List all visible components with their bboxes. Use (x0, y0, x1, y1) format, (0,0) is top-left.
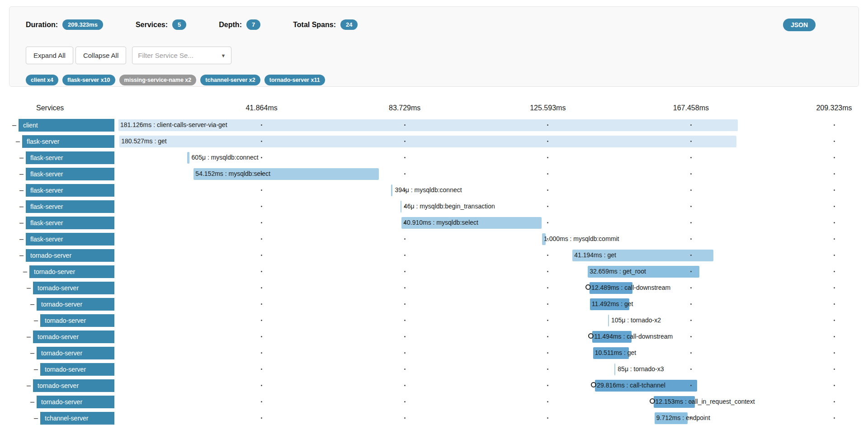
tick-dot (547, 255, 548, 256)
span-label: 32.659ms : get_root (590, 268, 646, 275)
tick-dot (834, 303, 835, 305)
span-bar[interactable] (401, 201, 401, 212)
service-label[interactable]: flask-server (22, 135, 114, 148)
span-bar[interactable] (614, 364, 615, 375)
tick-dot (834, 352, 835, 354)
collapse-toggle-icon[interactable]: – (19, 218, 24, 227)
time-tick-label: 125.593ms (530, 104, 566, 112)
chevron-down-icon: ▼ (221, 53, 226, 58)
collapse-toggle-icon[interactable]: – (34, 365, 38, 374)
tick-dot (261, 320, 262, 321)
service-tag[interactable]: client x4 (26, 75, 58, 85)
expand-all-button[interactable]: Expand All (26, 47, 73, 64)
tick-dot (690, 238, 692, 240)
collapse-toggle-icon[interactable]: – (30, 397, 34, 406)
service-label[interactable]: flask-server (26, 168, 114, 180)
service-label[interactable]: flask-server (26, 217, 114, 229)
service-label[interactable]: tornado-server (37, 298, 114, 311)
service-label[interactable]: client (19, 119, 114, 132)
service-tag-list: client x4flask-server x10missing-service… (26, 75, 325, 85)
collapse-toggle-icon[interactable]: – (27, 283, 31, 293)
tick-dot (404, 336, 406, 337)
service-tag[interactable]: tchannel-server x2 (200, 75, 260, 85)
tick-dot (690, 141, 692, 142)
span-bar[interactable] (391, 184, 392, 196)
service-tag[interactable]: flask-server x10 (62, 75, 115, 85)
filter-service-select[interactable]: Filter Service Se... ▼ (132, 47, 231, 64)
duration-label: Duration: (26, 21, 58, 29)
tick-dot (261, 303, 262, 305)
service-label[interactable]: tornado-server (33, 331, 114, 343)
service-tag[interactable]: missing-service-name x2 (119, 75, 197, 85)
service-label[interactable]: flask-server (26, 184, 114, 197)
collapse-toggle-icon[interactable]: – (30, 300, 34, 309)
tick-dot (690, 222, 692, 223)
trace-row: –flask-server180.527ms : get (0, 133, 868, 150)
tick-dot (690, 368, 692, 370)
span-label: 181.126ms : client-calls-server-via-get (120, 121, 227, 128)
tick-dot (547, 173, 548, 175)
collapse-toggle-icon[interactable]: – (19, 251, 24, 260)
json-button[interactable]: JSON (783, 19, 816, 31)
collapse-toggle-icon[interactable]: – (19, 170, 24, 179)
tick-dot (834, 368, 835, 370)
collapse-toggle-icon[interactable]: – (34, 316, 38, 325)
trace-row: –tornado-server41.194ms : get (0, 247, 868, 264)
tick-dot (547, 336, 548, 337)
services-badge: 5 (172, 19, 186, 30)
service-tag[interactable]: tornado-server x11 (264, 75, 325, 85)
trace-row: –tornado-server105μ : tornado-x2 (0, 312, 868, 329)
service-label[interactable]: flask-server (26, 200, 114, 213)
tick-dot (834, 206, 835, 207)
tick-dot (404, 320, 406, 321)
span-label: 12.153ms : call_in_request_context (656, 398, 755, 405)
service-label[interactable]: tornado-server (33, 379, 114, 392)
span-bar[interactable] (119, 136, 736, 147)
collapse-toggle-icon[interactable]: – (12, 121, 16, 130)
service-label[interactable]: flask-server (26, 151, 114, 164)
tick-dot (404, 141, 406, 142)
tick-dot (690, 352, 692, 354)
tick-dot (261, 336, 262, 337)
collapse-toggle-icon[interactable]: – (19, 186, 24, 195)
tick-dot (404, 173, 406, 175)
span-bar[interactable] (608, 315, 609, 326)
trace-row: –flask-server46μ : mysqldb:begin_transac… (0, 198, 868, 215)
collapse-toggle-icon[interactable]: – (19, 235, 24, 244)
tick-dot (547, 222, 548, 223)
tick-dot (834, 320, 835, 321)
service-label[interactable]: tornado-server (37, 347, 114, 359)
tick-dot (547, 320, 548, 321)
collapse-toggle-icon[interactable]: – (27, 381, 31, 390)
service-label[interactable]: tchannel-server (40, 412, 114, 425)
collapse-toggle-icon[interactable]: – (34, 414, 38, 423)
depth-label: Depth: (219, 21, 242, 29)
trace-controls-row: Expand All Collapse All Filter Service S… (26, 47, 231, 64)
service-label[interactable]: tornado-server (26, 249, 114, 262)
service-label[interactable]: tornado-server (40, 314, 114, 327)
service-label[interactable]: flask-server (26, 233, 114, 246)
collapse-toggle-icon[interactable]: – (16, 137, 20, 146)
span-label: 85μ : tornado-x3 (618, 365, 664, 373)
tick-dot (834, 157, 835, 158)
collapse-toggle-icon[interactable]: – (19, 153, 24, 162)
span-bar[interactable] (187, 152, 189, 164)
service-label[interactable]: tornado-server (40, 363, 114, 376)
tick-dot (834, 238, 835, 240)
collapse-toggle-icon[interactable]: – (27, 332, 31, 341)
span-label: 394μ : mysqldb:connect (395, 186, 462, 194)
collapse-toggle-icon[interactable]: – (30, 349, 34, 358)
tick-dot (834, 124, 835, 126)
service-label[interactable]: tornado-server (29, 265, 114, 278)
tick-dot (834, 401, 835, 402)
trace-row: –tornado-server85μ : tornado-x3 (0, 361, 868, 378)
tick-dot (547, 206, 548, 207)
service-label[interactable]: tornado-server (37, 396, 114, 408)
tick-dot (834, 287, 835, 288)
collapse-toggle-icon[interactable]: – (23, 267, 27, 276)
stat-depth: Depth: 7 (219, 19, 260, 30)
tick-dot (404, 385, 406, 386)
collapse-toggle-icon[interactable]: – (19, 202, 24, 211)
collapse-all-button[interactable]: Collapse All (75, 47, 126, 64)
service-label[interactable]: tornado-server (33, 282, 114, 294)
